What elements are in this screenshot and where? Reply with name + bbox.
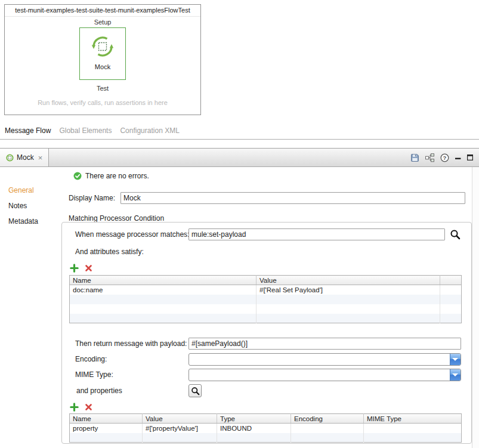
properties-search-button[interactable]: [188, 384, 202, 397]
mock-tab-icon: [6, 154, 14, 162]
attr-name-cell[interactable]: doc:name: [70, 285, 257, 295]
chevron-down-icon: [452, 358, 458, 361]
tab-global-elements[interactable]: Global Elements: [59, 126, 112, 135]
save-icon[interactable]: [410, 153, 419, 162]
mock-icon: [89, 33, 116, 60]
status-row: There are no errors.: [73, 172, 149, 180]
mime-dropdown-button[interactable]: [450, 369, 461, 381]
table-row[interactable]: property #['propertyValue'] INBOUND: [70, 424, 462, 433]
properties-panel: Mock ×: [0, 148, 479, 448]
encoding-dropdown-button[interactable]: [450, 354, 461, 365]
add-icon[interactable]: [70, 403, 79, 412]
table-row[interactable]: [70, 314, 462, 323]
column-header-encoding: Encoding: [291, 414, 364, 424]
table-row[interactable]: doc:name #['Real Set Payload']: [70, 285, 462, 295]
mime-type-label: MIME Type:: [75, 369, 113, 381]
prop-name-cell[interactable]: property: [70, 424, 143, 433]
svg-text:?: ?: [443, 154, 447, 160]
properties-tab-mock[interactable]: Mock ×: [0, 149, 49, 166]
no-errors-icon: [73, 172, 82, 180]
properties-label: and properties: [76, 385, 122, 397]
column-header-mime: MIME Type: [364, 414, 462, 424]
sidebar-item-metadata[interactable]: Metadata: [0, 214, 54, 229]
flow-hint-text: Run flows, verify calls, run assertions …: [38, 99, 168, 106]
no-errors-text: There are no errors.: [85, 172, 149, 180]
table-row[interactable]: [70, 433, 462, 443]
remove-icon[interactable]: [85, 403, 92, 411]
search-icon: [191, 387, 200, 396]
close-icon[interactable]: ×: [38, 153, 43, 162]
sidebar-item-general[interactable]: General: [0, 183, 54, 198]
editor-divider: [0, 139, 479, 140]
properties-table-header: Name Value Type Encoding MIME Type: [70, 414, 462, 424]
matcher-label: When message processor matches:: [75, 228, 189, 240]
properties-sidebar: General Notes Metadata: [0, 167, 54, 448]
attributes-toolbar: [70, 263, 92, 273]
column-header-value: Value: [143, 414, 217, 424]
mock-processor-node[interactable]: Mock: [79, 27, 126, 80]
prop-encoding-cell[interactable]: [291, 424, 364, 433]
test-phase-label: Test: [97, 85, 109, 92]
sidebar-item-notes[interactable]: Notes: [0, 198, 54, 214]
column-header-value: Value: [257, 276, 440, 285]
table-row[interactable]: [70, 295, 462, 304]
attr-value-cell[interactable]: #['Real Set Payload']: [257, 285, 440, 295]
maximize-icon[interactable]: [467, 155, 473, 160]
prop-value-cell[interactable]: #['propertyValue']: [143, 424, 217, 433]
mime-type-select[interactable]: [188, 369, 461, 381]
attributes-label: And attributes satisfy:: [75, 246, 144, 258]
prop-type-cell[interactable]: INBOUND: [217, 424, 291, 433]
encoding-label: Encoding:: [75, 353, 107, 365]
minimize-icon[interactable]: [455, 155, 461, 160]
display-name-input[interactable]: [120, 192, 465, 204]
tab-configuration-xml[interactable]: Configuration XML: [120, 126, 179, 135]
editor-view-tabs: Message Flow Global Elements Configurati…: [5, 126, 180, 135]
properties-table: Name Value Type Encoding MIME Type prope…: [69, 413, 462, 443]
encoding-select[interactable]: [188, 353, 461, 366]
setup-phase-label: Setup: [94, 18, 112, 26]
payload-input[interactable]: [188, 338, 461, 350]
matcher-input[interactable]: [188, 228, 445, 240]
flow-title: test-munit-examples-test-suite-test-muni…: [5, 5, 200, 17]
remove-icon[interactable]: [85, 264, 92, 272]
attributes-table-header: Name Value: [70, 276, 462, 285]
prop-mime-cell[interactable]: [364, 424, 462, 433]
column-header-name: Name: [70, 414, 143, 424]
attributes-table: Name Value doc:name #['Real Set Payload'…: [69, 275, 462, 323]
column-header-type: Type: [217, 414, 291, 424]
payload-label: Then return message with payload:: [75, 338, 187, 350]
properties-toolbar: [70, 402, 92, 412]
properties-main: There are no errors. Display Name: Match…: [54, 167, 472, 448]
display-name-label: Display Name:: [69, 192, 115, 204]
chevron-down-icon: [452, 373, 458, 376]
tree-view-icon[interactable]: [425, 153, 434, 162]
help-icon[interactable]: ?: [440, 153, 449, 162]
properties-header: Mock ×: [0, 149, 479, 167]
matching-processor-condition-group: When message processor matches: And attr…: [61, 222, 472, 444]
vertical-scrollbar[interactable]: [472, 167, 479, 448]
properties-tab-label: Mock: [17, 153, 34, 162]
table-row[interactable]: [70, 304, 462, 314]
mock-node-label: Mock: [95, 63, 110, 70]
munit-test-flow-container: test-munit-examples-test-suite-test-muni…: [4, 4, 201, 115]
column-header-name: Name: [70, 276, 257, 285]
column-header-empty: [440, 276, 462, 285]
add-icon[interactable]: [70, 264, 79, 273]
tab-message-flow[interactable]: Message Flow: [5, 126, 51, 135]
panel-toolbar: ?: [410, 149, 473, 166]
properties-body: General Notes Metadata There are no erro…: [0, 167, 479, 448]
search-icon[interactable]: [450, 229, 461, 242]
